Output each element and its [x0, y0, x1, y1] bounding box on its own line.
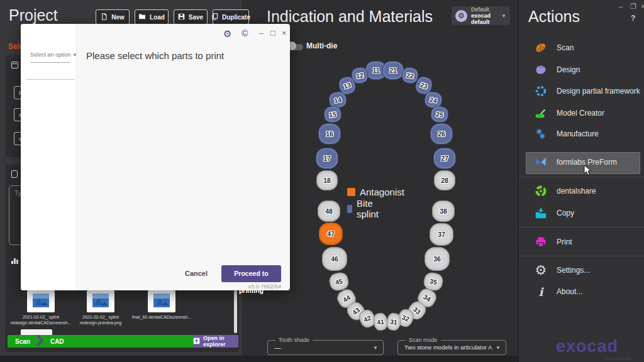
action-item-label: dentalshare: [557, 187, 596, 195]
duplicate-button[interactable]: Duplicate: [213, 9, 249, 25]
tooth-21[interactable]: 21: [382, 61, 404, 80]
scan-mode-label: Scan mode: [406, 337, 441, 343]
tooth-37[interactable]: 37: [430, 223, 453, 246]
load-button-label: Load: [150, 14, 165, 21]
minimize-button[interactable]: –: [619, 3, 623, 10]
action-item-label: Copy: [557, 209, 574, 217]
action-item-about[interactable]: iAbout...: [518, 282, 644, 302]
workflow-bar: Scan CAD: [8, 335, 193, 348]
tooth-number: 16: [326, 130, 333, 138]
copy-icon: [533, 206, 548, 220]
actions-title: Actions: [528, 8, 580, 26]
scan-mode-select[interactable]: Scan mode Two stone models in articulato…: [397, 340, 506, 355]
tooth-27[interactable]: 27: [433, 148, 456, 169]
image-icon: [92, 293, 109, 310]
design-icon: [533, 63, 548, 77]
action-item-label: About...: [557, 287, 582, 296]
action-item-print[interactable]: Print: [518, 232, 644, 252]
tooth-number: 12: [355, 71, 364, 80]
cancel-button[interactable]: Cancel: [177, 265, 215, 282]
proceed-to-printing-button[interactable]: Proceed to printing: [221, 265, 281, 282]
file-thumbnail[interactable]: [87, 290, 114, 312]
divider: [519, 256, 644, 256]
action-item-formlabs-preform[interactable]: formlabs PreForm: [518, 152, 644, 172]
tooth-26[interactable]: 26: [430, 123, 453, 145]
material-profile-dropdown[interactable]: ⚙ Default exocad default ▼: [452, 6, 510, 25]
chevron-down-icon: ▼: [496, 345, 501, 351]
action-item-label: Print: [557, 238, 572, 246]
restore-button[interactable]: ❐: [630, 3, 636, 11]
app-window: Project New Load Save Duplicate Select 2…: [0, 0, 644, 362]
field-underline: [26, 79, 75, 80]
legend-swatch: [347, 188, 355, 196]
tooth-number: 36: [433, 255, 441, 263]
dialog-sidebar: [21, 24, 77, 290]
partial-framework-icon: [533, 84, 548, 98]
open-explorer-icon: [193, 337, 200, 346]
tooth-17[interactable]: 17: [316, 148, 338, 169]
image-icon: [153, 293, 170, 310]
partial-thumbnail[interactable]: [21, 329, 52, 335]
settings-gear-icon[interactable]: ⚙: [223, 28, 231, 40]
close-button[interactable]: ×: [641, 3, 644, 10]
divider: [519, 227, 644, 228]
workflow-cad-label[interactable]: CAD: [50, 338, 64, 345]
dialog-close-button[interactable]: ×: [282, 28, 287, 38]
open-in-explorer-button[interactable]: Open in explorer: [193, 335, 238, 348]
parts-select-dropdown[interactable]: Select an option ▼: [30, 52, 77, 58]
legend-item: Bite splint: [347, 198, 382, 219]
save-button[interactable]: Save: [174, 9, 208, 25]
action-item-design[interactable]: Design: [518, 60, 644, 80]
tooth-48[interactable]: 48: [318, 200, 340, 222]
load-button[interactable]: Load: [135, 9, 169, 25]
file-thumbnail[interactable]: [27, 290, 55, 312]
tooth-shade-select[interactable]: Tooth shade — ▼: [267, 340, 384, 355]
manufacture-icon: [533, 127, 548, 141]
tooth-36[interactable]: 36: [425, 247, 450, 271]
profile-gear-icon: ⚙: [455, 10, 467, 22]
scan-mode-value: Two stone models in articulator A: [404, 344, 492, 351]
license-icon[interactable]: ©: [242, 28, 248, 38]
dialog-minimize-button[interactable]: –: [259, 28, 264, 38]
tooth-shade-label: Tooth shade: [275, 337, 313, 343]
tooth-number: 14: [333, 96, 342, 104]
calendar-icon: [11, 62, 18, 69]
tooth-28[interactable]: 28: [434, 170, 455, 190]
parts-select-placeholder: Select an option: [30, 52, 71, 58]
file-name: 2021-02-02_ splintredesign-preview.png: [68, 314, 133, 326]
formlabs-preform-icon: [533, 155, 548, 169]
action-item-copy[interactable]: Copy: [518, 203, 644, 223]
open-folder-icon: [138, 13, 146, 21]
files-scrollbar[interactable]: [234, 290, 237, 333]
exocad-logo: exocad: [556, 337, 618, 356]
workflow-scan-label[interactable]: Scan: [15, 338, 30, 345]
action-item-scan[interactable]: Scan: [518, 38, 644, 58]
tooth-number: 11: [372, 67, 379, 74]
action-item-design-partial-framework[interactable]: Design partial framework: [518, 81, 644, 101]
help-button[interactable]: ?: [631, 14, 635, 23]
tooth-38[interactable]: 38: [432, 200, 455, 222]
action-item-dentalshare[interactable]: dentalshare: [518, 181, 644, 201]
new-button[interactable]: New: [96, 9, 130, 25]
legend-label: Antagonist: [360, 187, 404, 197]
tooth-16[interactable]: 16: [318, 123, 341, 145]
tooth-number: 25: [436, 110, 444, 118]
profile-line2: exocad default: [471, 13, 497, 25]
model-creator-icon: [533, 106, 548, 120]
action-item-settings[interactable]: ⚙Settings...: [518, 260, 644, 280]
tooth-47[interactable]: 47: [319, 222, 343, 245]
action-item-model-creator[interactable]: Model Creator: [518, 103, 644, 123]
tooth-46[interactable]: 46: [322, 247, 347, 271]
action-item-label: Settings...: [557, 266, 590, 275]
legend-item: Antagonist: [347, 187, 404, 197]
open-explorer-label: Open in explorer: [203, 335, 238, 348]
profile-line1: Default: [471, 6, 497, 13]
tooth-number: 41: [376, 317, 384, 326]
tooth-18[interactable]: 18: [316, 170, 338, 190]
bottom-strip: [0, 356, 518, 362]
action-item-manufacture[interactable]: Manufacture: [518, 124, 644, 144]
dialog-maximize-button[interactable]: □: [270, 28, 275, 38]
tooth-number: 46: [331, 255, 338, 263]
tooth-number: 23: [419, 80, 429, 90]
file-thumbnail[interactable]: [148, 290, 175, 312]
